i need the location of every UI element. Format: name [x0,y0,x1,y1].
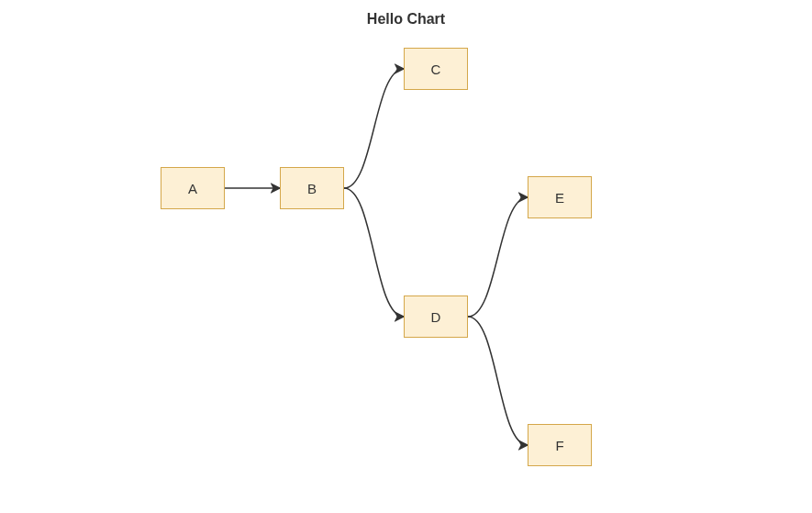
node-f: F [528,424,592,466]
node-d: D [404,296,468,338]
flowchart-canvas: ABCDEF [0,0,812,513]
node-b: B [280,167,344,209]
edge-b-c [344,69,404,188]
edge-d-e [468,197,528,317]
edge-d-f [468,317,528,445]
node-a: A [161,167,225,209]
node-c: C [404,48,468,90]
edge-b-d [344,188,404,317]
node-e: E [528,176,592,218]
